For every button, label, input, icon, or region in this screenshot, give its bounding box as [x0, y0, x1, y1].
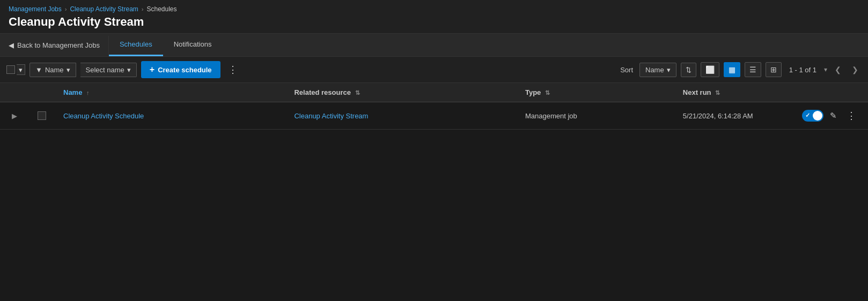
row-resource-link[interactable]: Cleanup Activity Stream — [294, 112, 368, 120]
row-actions-cell: ✓ ✎ ⋮ — [793, 102, 868, 130]
row-type-cell: Management job — [517, 102, 674, 130]
row-edit-btn[interactable]: ✎ — [826, 109, 841, 123]
filter-icon: ▼ — [35, 66, 42, 74]
row-nextrun-value: 5/21/2024, 6:14:28 AM — [683, 112, 753, 120]
pagination-chevron-icon: ▾ — [824, 66, 827, 73]
breadcrumb-sep-1: › — [65, 6, 67, 12]
th-type[interactable]: Type ⇅ — [517, 83, 674, 102]
schedules-table: Name ↑ Related resource ⇅ Type ⇅ Next ru… — [0, 83, 868, 130]
breadcrumb-cleanup-stream[interactable]: Cleanup Activity Stream — [70, 5, 138, 13]
th-nextrun-sort-icon: ⇅ — [715, 89, 720, 96]
pagination-info: 1 - 1 of 1 — [789, 66, 816, 74]
create-label: Create schedule — [158, 66, 211, 74]
sort-order-btn[interactable]: ⇅ — [681, 63, 696, 77]
th-actions — [793, 83, 868, 102]
back-to-management-jobs[interactable]: ◀ Back to Management Jobs — [0, 36, 109, 55]
view-cards-btn[interactable]: ⊞ — [766, 62, 782, 77]
page-header: Management Jobs › Cleanup Activity Strea… — [0, 0, 868, 34]
row-checkbox[interactable] — [38, 111, 46, 120]
grid-icon: ▦ — [729, 65, 735, 74]
page-title: Cleanup Activity Stream — [9, 15, 859, 29]
row-actions: ✓ ✎ ⋮ — [802, 109, 859, 123]
filter-label: Name — [45, 66, 64, 74]
breadcrumb-sep-2: › — [142, 6, 144, 12]
th-resource-label: Related resource — [294, 88, 351, 96]
th-name-sort-icon: ↑ — [86, 89, 90, 96]
tab-notifications[interactable]: Notifications — [163, 34, 223, 56]
row-name-link[interactable]: Cleanup Activity Schedule — [63, 112, 144, 120]
breadcrumb: Management Jobs › Cleanup Activity Strea… — [9, 5, 859, 13]
plus-icon: + — [150, 65, 155, 74]
toolbar: ▾ ▼ Name ▾ Select name ▾ + Create schedu… — [0, 57, 868, 83]
list-icon: ☰ — [749, 65, 756, 74]
th-next-run[interactable]: Next run ⇅ — [674, 83, 793, 102]
th-checkbox — [29, 83, 55, 102]
view-grid-btn[interactable]: ▦ — [724, 62, 740, 77]
create-schedule-btn[interactable]: + Create schedule — [141, 61, 220, 78]
th-nextrun-label: Next run — [683, 88, 711, 96]
row-resource-cell: Cleanup Activity Stream — [285, 102, 517, 130]
sort-order-icon: ⇅ — [686, 66, 692, 74]
chevron-right-icon: ❯ — [852, 65, 858, 74]
toggle-thumb — [813, 111, 822, 121]
page-wrapper: Management Jobs › Cleanup Activity Strea… — [0, 0, 868, 130]
expand-cols-icon: ⬜ — [705, 65, 715, 74]
select-all-wrap: ▾ — [6, 64, 25, 75]
th-expand — [0, 83, 29, 102]
expand-columns-btn[interactable]: ⬜ — [701, 62, 719, 77]
next-page-btn[interactable]: ❯ — [849, 64, 862, 76]
table-container: Name ↑ Related resource ⇅ Type ⇅ Next ru… — [0, 83, 868, 130]
row-checkbox-cell — [29, 102, 55, 130]
edit-icon: ✎ — [830, 111, 837, 120]
pagination-dropdown[interactable]: ▾ — [824, 66, 827, 73]
sort-chevron-icon: ▾ — [667, 66, 671, 74]
th-related-resource[interactable]: Related resource ⇅ — [285, 83, 517, 102]
cards-icon: ⊞ — [770, 65, 777, 74]
select-all-checkbox[interactable] — [6, 65, 15, 74]
filter-select-chevron-icon: ▾ — [127, 66, 131, 74]
prev-page-btn[interactable]: ❮ — [832, 64, 844, 76]
row-nextrun-cell: 5/21/2024, 6:14:28 AM — [674, 102, 793, 130]
tabs-bar: ◀ Back to Management Jobs Schedules Noti… — [0, 34, 868, 57]
row-expand-btn[interactable]: ▶ — [9, 111, 20, 121]
tab-schedules[interactable]: Schedules — [109, 34, 163, 56]
toggle-check-icon: ✓ — [805, 112, 810, 119]
sort-value: Name — [645, 66, 664, 74]
back-label: Back to Management Jobs — [17, 41, 100, 49]
sort-label: Sort — [620, 66, 633, 74]
breadcrumb-schedules: Schedules — [146, 5, 176, 13]
back-arrow-icon: ◀ — [9, 41, 14, 49]
filter-placeholder: Select name — [86, 66, 124, 74]
th-name-label: Name — [63, 88, 82, 96]
chevron-down-icon: ▾ — [19, 66, 23, 74]
breadcrumb-management-jobs[interactable]: Management Jobs — [9, 5, 62, 13]
select-all-dropdown-btn[interactable]: ▾ — [17, 64, 25, 75]
row-type-value: Management job — [525, 112, 577, 120]
table-header-row: Name ↑ Related resource ⇅ Type ⇅ Next ru… — [0, 83, 868, 102]
th-type-label: Type — [525, 88, 541, 96]
table-row: ▶ Cleanup Activity Schedule Cleanup Acti… — [0, 102, 868, 130]
row-name-cell: Cleanup Activity Schedule — [55, 102, 285, 130]
row-toggle-btn[interactable]: ✓ — [802, 110, 823, 122]
sort-select[interactable]: Name ▾ — [639, 63, 676, 77]
th-name[interactable]: Name ↑ — [55, 83, 285, 102]
row-expand-cell: ▶ — [0, 102, 29, 130]
view-list-btn[interactable]: ☰ — [745, 62, 761, 77]
filter-name-btn[interactable]: ▼ Name ▾ — [30, 63, 76, 77]
filter-name-select[interactable]: Select name ▾ — [80, 63, 137, 77]
row-kebab-btn[interactable]: ⋮ — [843, 110, 859, 122]
th-type-sort-icon: ⇅ — [545, 89, 550, 96]
toolbar-kebab-btn[interactable]: ⋮ — [225, 64, 241, 76]
chevron-left-icon: ❮ — [835, 65, 841, 74]
th-resource-sort-icon: ⇅ — [355, 89, 360, 96]
filter-chevron-icon: ▾ — [67, 66, 70, 74]
